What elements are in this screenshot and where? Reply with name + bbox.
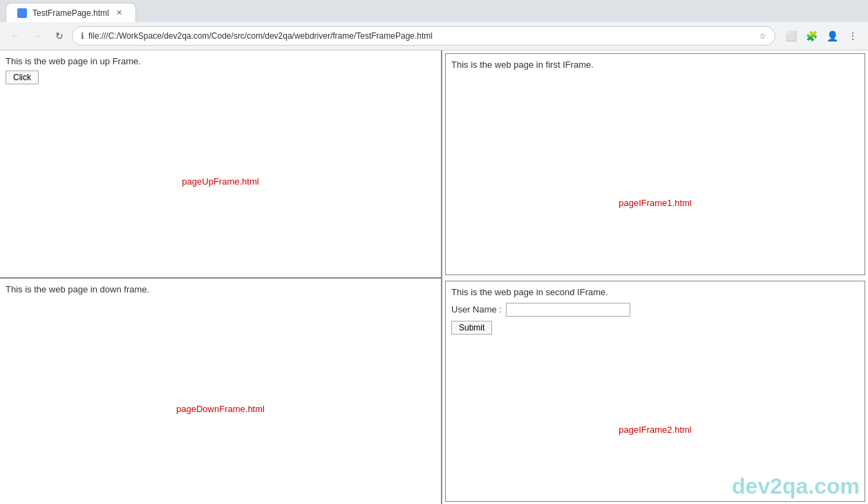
back-button[interactable]: ← xyxy=(6,26,25,46)
iframe1-filename: pageIFrame1.html xyxy=(619,198,692,208)
browser-chrome: TestFramePage.html ✕ ← → ↻ ℹ file:///C:/… xyxy=(0,0,868,50)
click-button[interactable]: Click xyxy=(6,71,39,84)
menu-icon[interactable]: ⋮ xyxy=(843,26,862,46)
iframe2-form: User Name : Submit xyxy=(446,303,865,340)
info-icon: ℹ xyxy=(81,31,84,41)
down-frame-text: This is the web page in down frame. xyxy=(6,284,435,295)
iframe2-filename: pageIFrame2.html xyxy=(619,424,692,435)
reload-button[interactable]: ↻ xyxy=(50,26,69,46)
up-frame-text: This is the web page in up Frame. xyxy=(6,56,435,66)
submit-button[interactable]: Submit xyxy=(451,321,492,335)
tab-title: TestFramePage.html xyxy=(32,8,109,18)
down-frame-filename: pageDownFrame.html xyxy=(176,404,265,414)
address-text: file:///C:/WorkSpace/dev2qa.com/Code/src… xyxy=(88,31,755,41)
extensions-icon[interactable]: 🧩 xyxy=(802,26,821,46)
iframe-1: This is the web page in first IFrame. pa… xyxy=(445,53,865,275)
page-content: This is the web page in up Frame. Click … xyxy=(0,50,868,504)
tab-close-icon[interactable]: ✕ xyxy=(115,8,124,18)
star-icon[interactable]: ☆ xyxy=(759,31,766,41)
frame-down: This is the web page in down frame. page… xyxy=(0,279,441,505)
username-input[interactable] xyxy=(506,303,630,317)
left-column: This is the web page in up Frame. Click … xyxy=(0,50,442,504)
up-frame-filename: pageUpFrame.html xyxy=(182,176,258,187)
tab-favicon xyxy=(17,8,27,18)
frame-up: This is the web page in up Frame. Click … xyxy=(0,50,441,279)
nav-bar: ← → ↻ ℹ file:///C:/WorkSpace/dev2qa.com/… xyxy=(0,22,868,50)
username-label: User Name : xyxy=(451,304,502,315)
toolbar-icons: ⬜ 🧩 👤 ⋮ xyxy=(781,26,862,46)
browser-tab[interactable]: TestFramePage.html ✕ xyxy=(6,3,136,22)
username-row: User Name : xyxy=(451,303,859,317)
tab-bar: TestFramePage.html ✕ xyxy=(0,0,868,22)
screenshot-icon[interactable]: ⬜ xyxy=(781,26,800,46)
right-column: This is the web page in first IFrame. pa… xyxy=(442,50,868,504)
iframe-2: This is the web page in second IFrame. U… xyxy=(445,281,865,503)
forward-button[interactable]: → xyxy=(28,26,47,46)
iframe1-text: This is the web page in first IFrame. xyxy=(446,54,865,75)
profile-icon[interactable]: 👤 xyxy=(822,26,842,46)
iframe2-text: This is the web page in second IFrame. xyxy=(446,281,865,303)
address-bar[interactable]: ℹ file:///C:/WorkSpace/dev2qa.com/Code/s… xyxy=(72,26,775,46)
